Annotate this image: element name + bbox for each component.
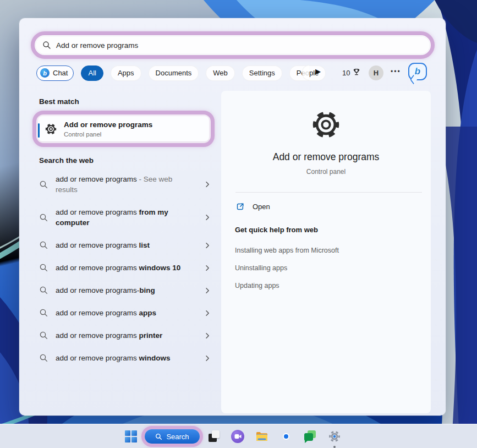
- video-call-app-icon[interactable]: [231, 430, 244, 443]
- best-match-header: Best match: [39, 97, 79, 106]
- web-suggestion[interactable]: add or remove programs-bing: [39, 279, 211, 302]
- search-query-text: Add or remove programs: [56, 41, 138, 50]
- web-suggestion[interactable]: add or remove programs apps: [39, 302, 211, 324]
- bing-icon: b: [40, 68, 50, 78]
- detail-subtitle: Control panel: [221, 168, 431, 176]
- divider: [235, 192, 422, 193]
- chevron-right-icon[interactable]: [204, 242, 211, 249]
- best-match-annotation-ring: Add or remove programs Control panel: [32, 111, 215, 147]
- taskbar: Search: [0, 424, 477, 448]
- suggestion-text: add or remove programs windows: [56, 353, 183, 363]
- rewards-trophy-icon[interactable]: [352, 68, 361, 79]
- more-options-icon[interactable]: •••: [391, 68, 401, 75]
- open-action[interactable]: Open: [235, 202, 270, 211]
- help-link[interactable]: Uninstalling apps: [235, 264, 287, 272]
- search-icon: [42, 41, 51, 50]
- screen: Add or remove programs b Chat AllAppsDoc…: [0, 0, 477, 448]
- filter-bar: b Chat AllAppsDocumentsWebSettingsPeople…: [36, 65, 429, 81]
- filter-tab-settings[interactable]: Settings: [242, 65, 282, 81]
- help-link[interactable]: Installing web apps from Microsoft: [235, 247, 339, 254]
- search-the-web-header: Search the web: [39, 156, 94, 165]
- gear-icon: [45, 123, 57, 135]
- detail-title: Add or remove programs: [221, 151, 431, 163]
- selection-accent-bar: [38, 123, 40, 138]
- snipping-app-icon[interactable]: [207, 430, 221, 443]
- web-suggestion[interactable]: add or remove programs - See web results: [39, 168, 211, 201]
- suggestion-text: add or remove programs windows 10: [56, 263, 183, 273]
- filter-tab-documents[interactable]: Documents: [149, 65, 199, 81]
- search-icon: [39, 286, 48, 295]
- search-icon: [39, 263, 48, 272]
- search-icon: [39, 180, 48, 189]
- suggestion-text: add or remove programs printer: [56, 330, 183, 341]
- chevron-right-icon[interactable]: [204, 265, 211, 271]
- filter-tabs: AllAppsDocumentsWebSettingsPeople: [81, 65, 326, 81]
- best-match-result[interactable]: Add or remove programs Control panel: [38, 116, 209, 141]
- chevron-right-icon[interactable]: [204, 287, 211, 294]
- chevron-right-icon[interactable]: [204, 214, 211, 221]
- search-box-annotation-ring: Add or remove programs: [31, 31, 435, 59]
- filter-tab-web[interactable]: Web: [206, 65, 235, 81]
- suggestion-text: add or remove programs list: [56, 240, 183, 250]
- suggestion-text: add or remove programs from my computer: [56, 207, 183, 228]
- search-icon: [39, 213, 48, 222]
- help-link[interactable]: Updating apps: [235, 282, 279, 289]
- rewards-count: 10: [342, 69, 350, 77]
- web-suggestion[interactable]: add or remove programs windows 10: [39, 256, 211, 279]
- search-icon: [39, 241, 48, 250]
- search-input[interactable]: Add or remove programs: [35, 36, 430, 54]
- filter-tab-chat[interactable]: b Chat: [36, 65, 74, 81]
- web-suggestion[interactable]: add or remove programs list: [39, 234, 211, 256]
- user-avatar[interactable]: H: [369, 65, 383, 80]
- suggestion-text: add or remove programs - See web results: [56, 174, 183, 195]
- taskbar-search-label: Search: [166, 433, 189, 441]
- gear-icon-large: [310, 109, 342, 140]
- windows-start-button[interactable]: [125, 430, 137, 442]
- open-external-icon: [235, 202, 245, 211]
- web-suggestion[interactable]: add or remove programs windows: [39, 347, 211, 369]
- file-explorer-icon[interactable]: [255, 430, 268, 443]
- suggestion-text: add or remove programs-bing: [56, 285, 183, 296]
- bing-chat-icon[interactable]: b: [408, 63, 427, 80]
- search-icon: [39, 331, 48, 340]
- filter-tab-apps[interactable]: Apps: [111, 65, 141, 81]
- search-icon: [155, 433, 162, 440]
- filter-tab-all[interactable]: All: [81, 65, 103, 81]
- taskbar-search-button[interactable]: Search: [145, 429, 200, 444]
- suggestion-text: add or remove programs apps: [56, 308, 183, 318]
- help-header: Get quick help from web: [235, 226, 318, 234]
- web-suggestions-list: add or remove programs - See web results…: [39, 168, 211, 369]
- web-suggestion[interactable]: add or remove programs from my computer: [39, 201, 211, 234]
- chat-tab-label: Chat: [53, 69, 68, 77]
- chevron-right-icon[interactable]: [204, 310, 211, 316]
- chrome-icon[interactable]: [279, 430, 293, 443]
- search-icon: [39, 308, 48, 318]
- result-detail-card: Add or remove programs Control panel Ope…: [221, 91, 431, 413]
- settings-gear-icon[interactable]: [328, 430, 341, 443]
- chat-app-icon[interactable]: [304, 430, 317, 443]
- search-flyout-panel: Add or remove programs b Chat AllAppsDoc…: [19, 18, 446, 416]
- tabs-overflow-arrow-icon[interactable]: ▶: [315, 67, 321, 75]
- chevron-right-icon[interactable]: [204, 181, 211, 188]
- chevron-right-icon[interactable]: [204, 332, 211, 339]
- search-icon: [39, 353, 48, 363]
- running-app-indicator: [333, 446, 336, 448]
- open-label: Open: [253, 203, 270, 211]
- best-match-title: Add or remove programs: [64, 121, 152, 129]
- taskbar-search-annotation-ring: Search: [141, 426, 203, 447]
- web-suggestion[interactable]: add or remove programs printer: [39, 324, 211, 347]
- chevron-right-icon[interactable]: [204, 355, 211, 362]
- best-match-subtitle: Control panel: [64, 131, 152, 138]
